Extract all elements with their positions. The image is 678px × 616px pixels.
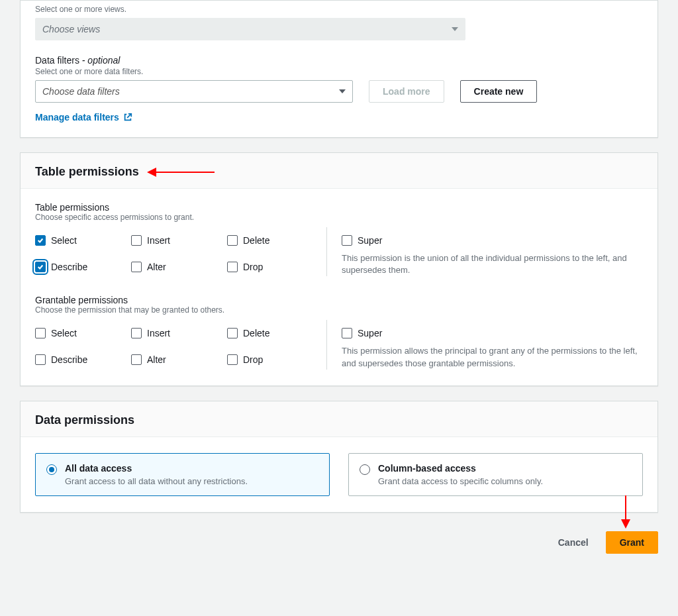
grantable-helper: Choose the permission that may be grante…: [35, 305, 643, 315]
table-permissions-header: Table permissions: [35, 165, 139, 179]
grantable-title: Grantable permissions: [35, 295, 643, 305]
checkbox-select[interactable]: Select: [35, 235, 131, 246]
choose-data-filters-select[interactable]: Choose data filters: [35, 80, 353, 103]
super-description: This permission is the union of all the …: [342, 252, 643, 276]
views-helper: Select one or more views.: [35, 5, 643, 14]
choose-data-filters-placeholder: Choose data filters: [42, 86, 120, 97]
external-link-icon: [123, 113, 132, 122]
chevron-down-icon: [339, 89, 346, 93]
radio-column-based-access[interactable]: Column-based access Grant data access to…: [348, 453, 643, 496]
grant-checkbox-select[interactable]: Select: [35, 328, 131, 338]
grant-checkbox-describe[interactable]: Describe: [35, 354, 131, 365]
checkbox-icon: [35, 262, 46, 272]
all-data-title: All data access: [65, 463, 248, 474]
data-filters-label: Data filters - optional: [35, 55, 643, 66]
chevron-down-icon: [452, 27, 458, 31]
checkbox-icon: [227, 262, 238, 272]
checkbox-icon: [35, 354, 46, 365]
radio-icon: [360, 464, 370, 475]
grant-super-description: This permission allows the principal to …: [342, 345, 643, 369]
checkbox-describe[interactable]: Describe: [35, 262, 131, 272]
data-filters-helper: Select one or more data filters.: [35, 67, 643, 76]
col-data-desc: Grant data access to specific columns on…: [378, 476, 543, 486]
checkbox-drop[interactable]: Drop: [227, 262, 323, 272]
radio-icon: [46, 464, 57, 475]
load-more-button[interactable]: Load more: [369, 80, 444, 103]
checkbox-super[interactable]: Super: [342, 235, 643, 246]
col-data-title: Column-based access: [378, 463, 543, 474]
checkbox-icon: [342, 235, 352, 246]
choose-views-placeholder: Choose views: [42, 24, 100, 34]
checkbox-icon: [227, 328, 238, 338]
annotation-arrow-icon: [148, 172, 215, 173]
checkbox-icon: [35, 328, 46, 338]
data-permissions-header: Data permissions: [35, 413, 134, 427]
grant-checkbox-insert[interactable]: Insert: [131, 328, 227, 338]
checkbox-icon: [131, 262, 142, 272]
grant-checkbox-drop[interactable]: Drop: [227, 354, 323, 365]
grant-checkbox-delete[interactable]: Delete: [227, 328, 323, 338]
radio-all-data-access[interactable]: All data access Grant access to all data…: [35, 453, 330, 496]
grant-checkbox-super[interactable]: Super: [342, 328, 643, 338]
checkbox-delete[interactable]: Delete: [227, 235, 323, 246]
table-permissions-sub-helper: Choose specific access permissions to gr…: [35, 213, 643, 222]
checkbox-icon: [131, 235, 142, 246]
manage-data-filters-link[interactable]: Manage data filters: [35, 112, 132, 123]
checkbox-icon: [227, 354, 238, 365]
table-permissions-sub-title: Table permissions: [35, 202, 643, 213]
footer-actions: Cancel Grant: [20, 527, 658, 560]
checkbox-icon: [35, 235, 46, 246]
checkbox-icon: [131, 328, 142, 338]
grant-checkbox-alter[interactable]: Alter: [131, 354, 227, 365]
checkbox-alter[interactable]: Alter: [131, 262, 227, 272]
create-new-button[interactable]: Create new: [460, 80, 538, 103]
checkbox-icon: [131, 354, 142, 365]
checkbox-icon: [342, 328, 352, 338]
annotation-arrow-icon: [625, 495, 626, 527]
choose-views-select[interactable]: Choose views: [35, 18, 465, 40]
cancel-button[interactable]: Cancel: [550, 531, 597, 554]
views-filters-panel: Select one or more views. Choose views D…: [20, 0, 658, 138]
checkbox-icon: [227, 235, 238, 246]
table-permissions-panel: Table permissions Table permissions Choo…: [20, 152, 658, 386]
all-data-desc: Grant access to all data without any res…: [65, 476, 248, 486]
grant-button[interactable]: Grant: [606, 531, 658, 554]
checkbox-insert[interactable]: Insert: [131, 235, 227, 246]
data-permissions-panel: Data permissions All data access Grant a…: [20, 401, 658, 513]
